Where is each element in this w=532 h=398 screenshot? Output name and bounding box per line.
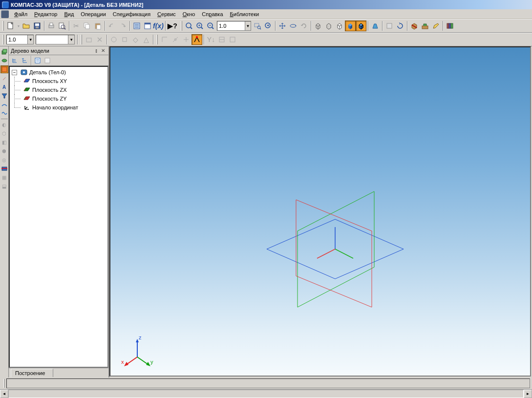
preview-button[interactable] — [57, 21, 67, 31]
snap-active-button[interactable] — [192, 34, 202, 45]
tree-node-origin[interactable]: Начало координат — [10, 103, 107, 112]
tree-btn-4[interactable] — [43, 56, 52, 65]
tool-d2[interactable]: ⬡ — [0, 129, 8, 137]
menu-view[interactable]: Вид — [61, 10, 77, 18]
op3-button[interactable]: ◇ — [130, 34, 141, 45]
scroll-track[interactable] — [8, 390, 524, 398]
menu-libraries[interactable]: Библиотеки — [227, 10, 263, 18]
tool-d6[interactable]: ▦ — [0, 173, 8, 181]
tool-d3[interactable]: ◧ — [0, 138, 8, 146]
copy-button[interactable] — [82, 21, 92, 31]
3d-viewport[interactable]: z x y — [109, 46, 531, 377]
section-button[interactable] — [409, 21, 420, 31]
op4-button[interactable]: △ — [141, 34, 151, 45]
new-button[interactable] — [5, 21, 16, 31]
tool-revolve[interactable] — [0, 57, 8, 64]
open-button[interactable] — [21, 21, 32, 31]
menu-specification[interactable]: Спецификация — [109, 10, 154, 18]
scroll-left-button[interactable]: ◄ — [0, 390, 8, 398]
snap2-button[interactable] — [170, 34, 181, 45]
aux3-button[interactable] — [227, 34, 238, 45]
undo-button[interactable] — [106, 21, 117, 31]
toolbar-grip-3[interactable] — [2, 35, 4, 44]
library-button[interactable] — [445, 21, 455, 31]
menu-service[interactable]: Сервис — [154, 10, 179, 18]
exit-button[interactable] — [94, 34, 105, 45]
snap3-button[interactable] — [181, 34, 192, 45]
zoom-window-button[interactable] — [252, 21, 263, 31]
scroll-right-button[interactable]: ► — [524, 390, 532, 398]
rotate-button[interactable] — [288, 21, 298, 31]
tool-extrude[interactable] — [0, 48, 8, 56]
tool-filter[interactable] — [0, 92, 8, 100]
shaded-edges-button[interactable] — [356, 21, 366, 31]
layer-input[interactable] — [36, 35, 68, 44]
step-input[interactable] — [7, 35, 27, 44]
toolbar-grip-4[interactable] — [81, 35, 82, 44]
refresh-button[interactable] — [395, 21, 405, 31]
tree-node-plane-zy[interactable]: Плоскость ZY — [10, 94, 107, 103]
save-button[interactable] — [32, 21, 43, 31]
tool-surface[interactable] — [0, 101, 8, 108]
tool-d5[interactable]: ◎ — [0, 156, 8, 164]
zoom-fit-button[interactable] — [184, 21, 194, 31]
paste-button[interactable] — [92, 21, 103, 31]
help-button[interactable]: ▶? — [167, 21, 178, 31]
toolbar-grip-5[interactable] — [156, 35, 158, 44]
tool-d1[interactable]: ◐ — [0, 121, 8, 128]
toolbar-grip[interactable] — [2, 21, 4, 31]
aux1-button[interactable]: Y↓ — [206, 34, 216, 45]
tree-btn-2[interactable] — [20, 56, 29, 65]
pin-icon[interactable]: ⫿ — [93, 48, 100, 53]
wireframe-button[interactable] — [313, 21, 323, 31]
edit-sketch-button[interactable] — [430, 21, 441, 31]
zoom-input[interactable] — [217, 21, 245, 30]
collapse-icon[interactable]: − — [12, 70, 17, 75]
simplify-button[interactable] — [384, 21, 395, 31]
tree-node-plane-xy[interactable]: Плоскость XY — [10, 77, 107, 85]
dropdown-arrow-icon[interactable]: ▼ — [245, 21, 251, 30]
dropdown-arrow-icon[interactable]: ▼ — [27, 35, 33, 44]
tool-active[interactable] — [0, 65, 8, 73]
tool-cut[interactable] — [0, 165, 8, 172]
hidden-thin-button[interactable] — [323, 21, 334, 31]
model-tree[interactable]: − Деталь (Тел-0) Плоскость XY Плоскость … — [9, 66, 108, 368]
statusbar-grip[interactable] — [3, 379, 5, 388]
properties-button[interactable] — [131, 21, 142, 31]
hidden-removed-button[interactable] — [334, 21, 345, 31]
tool-sweep[interactable]: ⟋ — [0, 74, 8, 82]
close-icon[interactable]: ✕ — [100, 48, 106, 53]
layer-combo[interactable]: ▼ — [36, 35, 75, 44]
step-combo[interactable]: ▼ — [6, 35, 34, 44]
menu-file[interactable]: Файл — [11, 10, 31, 18]
menu-operations[interactable]: Операции — [77, 10, 109, 18]
menu-help[interactable]: Справка — [198, 10, 226, 18]
dropdown-arrow-icon[interactable]: ▼ — [68, 35, 74, 44]
tool-d7[interactable]: ⬓ — [0, 182, 8, 190]
op1-button[interactable] — [108, 34, 119, 45]
snap1-button[interactable] — [159, 34, 170, 45]
aux2-button[interactable] — [216, 34, 227, 45]
tree-node-plane-zx[interactable]: Плоскость ZX — [10, 85, 107, 94]
tool-text[interactable]: A — [0, 83, 8, 91]
cut-button[interactable]: ✂ — [71, 21, 82, 31]
horizontal-scrollbar[interactable]: ◄ ► — [0, 389, 532, 398]
tree-btn-3[interactable] — [33, 56, 43, 65]
spec-button[interactable] — [142, 21, 153, 31]
op2-button[interactable] — [119, 34, 130, 45]
tree-btn-1[interactable] — [10, 56, 20, 65]
sketch-button[interactable] — [84, 34, 94, 45]
tree-root-node[interactable]: − Деталь (Тел-0) — [10, 68, 107, 77]
perspective-button[interactable] — [370, 21, 381, 31]
new-dropdown[interactable]: ▼ — [16, 21, 21, 31]
tool-deform[interactable] — [0, 109, 8, 117]
zoom-out-button[interactable] — [205, 21, 216, 31]
menu-editor[interactable]: Редактор — [31, 10, 61, 18]
print-button[interactable] — [46, 21, 57, 31]
menu-window[interactable]: Окно — [179, 10, 199, 18]
zoom-prev-button[interactable] — [263, 21, 274, 31]
rebuild-button[interactable] — [420, 21, 430, 31]
document-control-icon[interactable] — [1, 10, 9, 18]
zoom-combo[interactable]: ▼ — [217, 21, 251, 31]
shaded-button[interactable] — [345, 21, 356, 31]
